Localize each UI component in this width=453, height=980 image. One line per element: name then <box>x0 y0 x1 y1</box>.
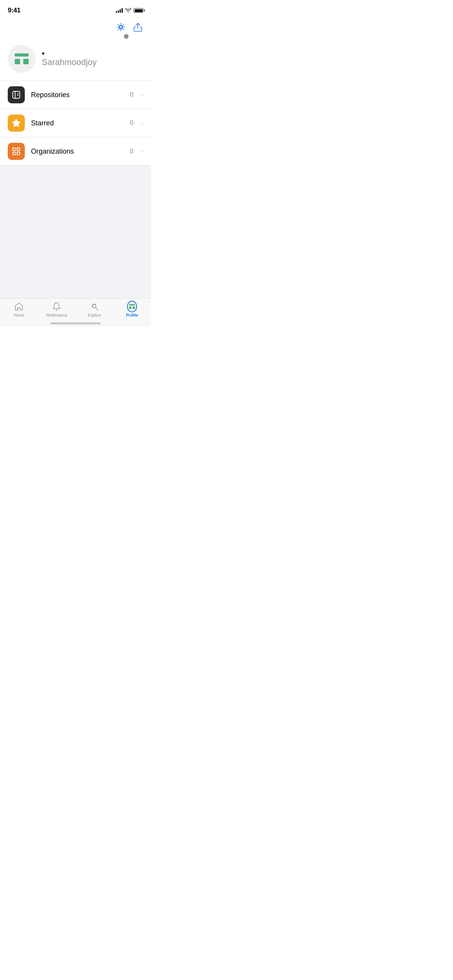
organizations-icon <box>12 147 21 156</box>
explore-tab-icon <box>89 302 100 312</box>
svg-rect-15 <box>129 304 135 305</box>
home-tab-icon <box>14 302 24 312</box>
starred-chevron: › <box>141 120 143 127</box>
organizations-label: Organizations <box>31 147 124 156</box>
svg-rect-8 <box>17 148 20 151</box>
menu-list: Repositories 0 › Starred 0 › Organizatio… <box>0 81 151 166</box>
repositories-chevron: › <box>141 91 143 98</box>
svg-point-0 <box>120 26 122 28</box>
tab-notifications[interactable]: Notifications <box>38 302 76 317</box>
status-bar: 9:41 <box>0 0 151 19</box>
explore-icon <box>90 302 99 311</box>
profile-tab-avatar <box>127 301 137 312</box>
svg-rect-16 <box>129 307 132 309</box>
organizations-count: 0 <box>130 147 133 155</box>
header-toolbar <box>0 19 151 34</box>
repositories-count: 0 <box>130 91 133 99</box>
status-icons <box>116 8 143 13</box>
menu-item-repositories[interactable]: Repositories 0 › <box>0 81 151 109</box>
svg-rect-2 <box>15 53 29 57</box>
svg-rect-9 <box>13 152 15 155</box>
starred-label: Starred <box>31 119 124 127</box>
home-icon <box>14 302 24 311</box>
svg-rect-10 <box>17 152 20 155</box>
tab-profile[interactable]: Profile <box>113 302 151 317</box>
repositories-label: Repositories <box>31 91 124 99</box>
username: Sarahmoodjoy <box>42 57 97 67</box>
notifications-tab-label: Notifications <box>46 313 67 317</box>
bell-icon <box>52 302 61 311</box>
menu-item-organizations[interactable]: Organizations 0 › <box>0 137 151 165</box>
profile-tab-label: Profile <box>126 313 138 317</box>
battery-icon <box>134 8 143 13</box>
profile-tab-icon <box>127 302 137 312</box>
svg-rect-3 <box>15 59 20 64</box>
explore-tab-label: Explore <box>88 313 101 317</box>
username-row[interactable]: ▾ <box>42 50 97 57</box>
notification-dot <box>124 34 129 39</box>
home-tab-label: Home <box>14 313 24 317</box>
starred-count: 0 <box>130 119 133 127</box>
avatar-logo <box>12 49 32 69</box>
notifications-tab-icon <box>51 302 62 312</box>
notification-dot-container <box>0 34 151 39</box>
menu-item-starred[interactable]: Starred 0 › <box>0 109 151 137</box>
profile-section: ▾ Sarahmoodjoy <box>0 40 151 81</box>
starred-icon-box <box>8 115 25 132</box>
profile-avatar-logo <box>128 302 136 311</box>
tab-explore[interactable]: Explore <box>76 302 113 317</box>
svg-rect-4 <box>23 59 29 64</box>
user-info: ▾ Sarahmoodjoy <box>42 50 97 67</box>
repositories-icon <box>12 90 21 99</box>
svg-rect-5 <box>13 91 20 98</box>
chevron-down-icon: ▾ <box>42 50 45 57</box>
share-icon[interactable] <box>132 22 143 33</box>
organizations-chevron: › <box>141 148 143 155</box>
star-icon <box>12 118 21 128</box>
organizations-icon-box <box>8 143 25 160</box>
svg-rect-17 <box>133 307 135 309</box>
signal-icon <box>116 8 123 13</box>
settings-icon[interactable] <box>115 22 126 33</box>
wifi-icon <box>125 8 131 13</box>
svg-rect-7 <box>13 148 15 151</box>
home-indicator <box>50 322 101 324</box>
status-time: 9:41 <box>8 7 21 14</box>
tab-home[interactable]: Home <box>0 302 38 317</box>
svg-marker-6 <box>12 119 20 127</box>
repositories-icon-box <box>8 86 25 103</box>
svg-line-12 <box>96 308 98 310</box>
avatar[interactable] <box>8 45 36 73</box>
